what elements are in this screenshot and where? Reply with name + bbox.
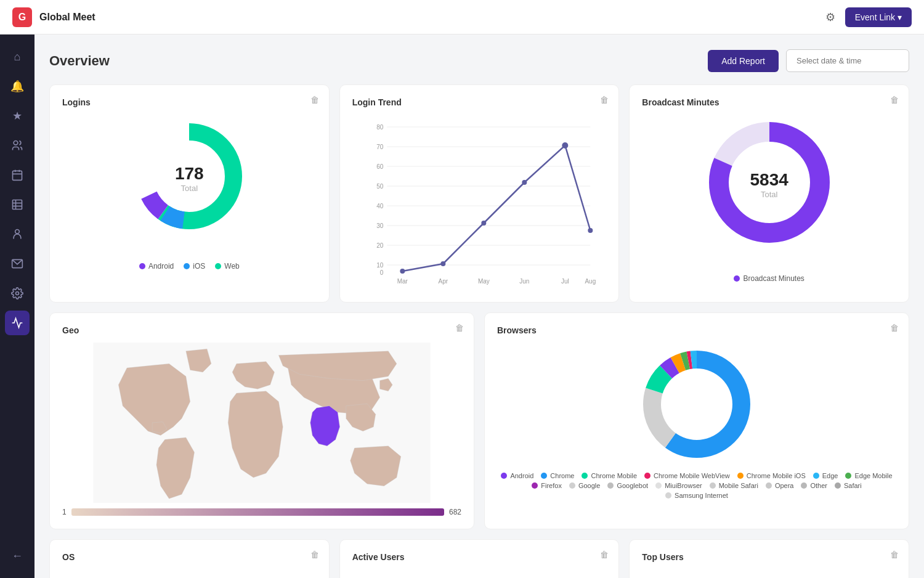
login-trend-svg: 80 70 60 50 40 30 20 10 0 Mar Apr May Ju… (352, 115, 607, 287)
legend-edge-mobile: Edge Mobile (845, 472, 892, 479)
svg-text:Jun: Jun (519, 278, 529, 285)
broadcast-card-delete[interactable]: 🗑 (890, 95, 899, 105)
gear-icon: ⚙ (825, 11, 835, 23)
sidebar-item-bell[interactable]: 🔔 (5, 74, 30, 99)
browsers-legend: Android Chrome Chrome Mobile Chrome Mobi… (497, 472, 896, 499)
sidebar-item-calendar[interactable] (5, 163, 30, 187)
logins-card: Logins 🗑 178 Total (49, 84, 330, 303)
broadcast-card: Broadcast Minutes 🗑 5834 Total Broadcast… (629, 84, 909, 303)
broadcast-total-label: Total (750, 190, 788, 199)
os-card-delete[interactable]: 🗑 (310, 550, 319, 560)
legend-other: Other (801, 482, 827, 489)
svg-point-9 (15, 230, 20, 234)
logins-total: 178 (175, 164, 204, 184)
svg-text:80: 80 (376, 124, 384, 131)
sidebar-item-mail[interactable] (5, 251, 30, 276)
svg-rect-5 (13, 200, 22, 210)
svg-text:70: 70 (376, 144, 384, 150)
sidebar-item-users[interactable] (5, 133, 30, 158)
sidebar-item-settings[interactable] (5, 281, 30, 306)
sidebar: ⌂ 🔔 ★ ← (0, 35, 34, 578)
date-select-input[interactable] (786, 49, 909, 72)
browsers-card-delete[interactable]: 🗑 (890, 323, 899, 333)
svg-text:Jul: Jul (561, 278, 569, 285)
legend-item-android: Android (139, 262, 174, 271)
svg-point-39 (440, 261, 445, 266)
legend-item-web: Web (215, 262, 239, 271)
browsers-card-title: Browsers (497, 325, 896, 335)
main-content: Overview Add Report Logins 🗑 178 Tota (34, 35, 924, 578)
geo-card-title: Geo (62, 325, 461, 335)
legend-googlebot: Googlebot (607, 482, 648, 489)
legend-opera: Opera (766, 482, 794, 489)
sidebar-item-team[interactable] (5, 222, 30, 246)
svg-text:50: 50 (376, 183, 384, 190)
svg-text:10: 10 (376, 262, 384, 269)
world-map-svg (62, 343, 461, 503)
svg-text:60: 60 (376, 163, 384, 170)
login-trend-card: Login Trend 🗑 80 70 60 50 40 30 20 (339, 84, 620, 303)
geo-legend: 1 682 (62, 508, 461, 516)
active-users-card-delete[interactable]: 🗑 (600, 550, 609, 560)
browsers-card: Browsers 🗑 (484, 312, 909, 529)
legend-dot-web (215, 263, 221, 269)
top-users-card: Top Users 🗑 (629, 539, 909, 578)
legend-chrome-mobile-webview: Chrome Mobile WebView (644, 472, 730, 479)
geo-card: Geo 🗑 (49, 312, 474, 529)
svg-text:30: 30 (376, 222, 384, 229)
svg-text:Apr: Apr (438, 278, 448, 285)
sidebar-item-chart[interactable] (5, 311, 30, 335)
legend-dot-broadcast (734, 275, 740, 282)
cards-row-2: Geo 🗑 (49, 312, 909, 529)
logins-total-label: Total (175, 184, 204, 193)
topnav: G Global Meet ⚙ Event Link ▾ (0, 0, 924, 35)
cards-row-3: OS 🗑 Active Users 🗑 Top Users 🗑 (49, 539, 909, 578)
sidebar-item-back[interactable]: ← (5, 543, 30, 568)
geo-bar (71, 508, 444, 516)
topnav-right: ⚙ Event Link ▾ (825, 7, 912, 27)
svg-point-40 (481, 221, 486, 226)
event-link-button[interactable]: Event Link ▾ (845, 7, 912, 27)
top-users-card-delete[interactable]: 🗑 (890, 550, 899, 560)
os-card: OS 🗑 (49, 539, 330, 578)
legend-samsung: Samsung Internet (665, 492, 728, 499)
legend-item-ios: iOS (184, 262, 205, 271)
svg-point-42 (562, 142, 568, 149)
legend-mobile-safari: Mobile Safari (710, 482, 758, 489)
app-logo: G (12, 7, 32, 27)
add-report-button[interactable]: Add Report (708, 50, 779, 72)
legend-google: Google (569, 482, 600, 489)
svg-point-11 (16, 292, 19, 295)
legend-dot-ios (184, 263, 190, 269)
gear-button[interactable]: ⚙ (825, 10, 835, 24)
svg-text:Mar: Mar (397, 278, 408, 285)
broadcast-donut-label: 5834 Total (750, 170, 788, 199)
app-title: Global Meet (39, 12, 95, 23)
os-card-title: OS (62, 552, 317, 562)
browsers-donut-wrapper (497, 343, 896, 466)
svg-rect-1 (13, 171, 22, 180)
svg-point-41 (522, 180, 527, 185)
geo-max: 682 (449, 508, 461, 516)
legend-miuibrowser: MiuiBrowser (655, 482, 702, 489)
logins-card-delete[interactable]: 🗑 (310, 95, 319, 105)
geo-card-delete[interactable]: 🗑 (455, 323, 464, 333)
sidebar-item-home[interactable]: ⌂ (5, 44, 30, 69)
legend-firefox: Firefox (532, 482, 562, 489)
broadcast-total: 5834 (750, 170, 788, 190)
geo-map (62, 343, 461, 503)
svg-point-38 (400, 269, 405, 274)
active-users-card-title: Active Users (352, 552, 607, 562)
svg-text:Aug: Aug (585, 278, 596, 285)
svg-text:20: 20 (376, 242, 384, 249)
logins-card-title: Logins (62, 97, 317, 107)
cards-row-1: Logins 🗑 178 Total (49, 84, 909, 303)
svg-text:May: May (478, 278, 490, 285)
sidebar-item-star[interactable]: ★ (5, 104, 30, 128)
svg-text:0: 0 (379, 269, 383, 276)
sidebar-item-table[interactable] (5, 192, 30, 217)
page-header: Overview Add Report (49, 49, 909, 72)
logins-donut-label: 178 Total (175, 164, 204, 193)
login-trend-title: Login Trend (352, 97, 607, 107)
login-trend-delete[interactable]: 🗑 (600, 95, 609, 105)
